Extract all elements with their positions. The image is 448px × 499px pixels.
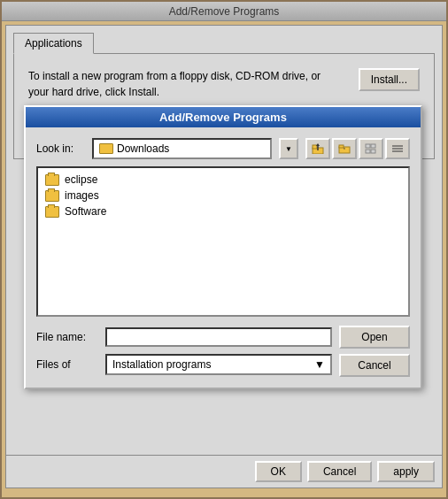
file-item-name: Software xyxy=(65,205,106,218)
inner-titlebar: Add/Remove Programs xyxy=(26,107,421,127)
toolbar-buttons: * xyxy=(305,138,410,159)
install-section: To install a new program from a floppy d… xyxy=(28,68,420,100)
dropdown-arrow-icon: ▼ xyxy=(314,358,325,371)
new-folder-button[interactable]: * xyxy=(332,138,357,159)
inner-content: Look in: Downloads ▼ xyxy=(26,127,421,388)
outer-titlebar: Add/Remove Programs xyxy=(2,2,446,21)
svg-rect-7 xyxy=(366,144,370,148)
svg-rect-10 xyxy=(371,150,375,153)
file-item-name: eclipse xyxy=(65,173,97,186)
cancel-bottom-button[interactable]: Cancel xyxy=(307,461,372,482)
apply-button[interactable]: apply xyxy=(377,461,435,482)
list-item[interactable]: images xyxy=(42,188,405,203)
file-name-input[interactable] xyxy=(105,327,332,347)
tab-applications[interactable]: Applications xyxy=(13,33,94,54)
list-item[interactable]: Software xyxy=(42,203,405,219)
file-list[interactable]: eclipse images Software xyxy=(36,166,410,317)
svg-rect-1 xyxy=(313,145,317,149)
files-of-label: Files of xyxy=(36,358,98,371)
file-item-name: images xyxy=(65,189,99,202)
dropdown-arrow[interactable]: ▼ xyxy=(279,138,298,159)
details-view-button[interactable] xyxy=(385,138,410,159)
svg-rect-9 xyxy=(366,150,370,153)
file-name-row: File name: xyxy=(36,327,332,347)
list-view-button[interactable] xyxy=(359,138,383,159)
up-button[interactable] xyxy=(305,138,330,159)
tab-bar: Applications xyxy=(13,33,435,54)
dialog-buttons: Open Cancel xyxy=(339,326,410,377)
look-in-value: Downloads xyxy=(117,142,265,155)
inner-title: Add/Remove Programs xyxy=(159,111,287,124)
inner-dialog: Add/Remove Programs Look in: Downloads ▼ xyxy=(24,105,422,389)
files-of-value: Installation programs xyxy=(112,358,211,371)
file-name-col: File name: Files of Installation program… xyxy=(36,327,332,375)
folder-icon xyxy=(45,190,59,202)
open-button[interactable]: Open xyxy=(339,326,410,349)
svg-rect-8 xyxy=(371,144,375,148)
outer-title: Add/Remove Programs xyxy=(169,5,280,18)
folder-icon xyxy=(99,143,113,154)
files-of-dropdown[interactable]: Installation programs ▼ xyxy=(105,354,332,375)
file-name-label: File name: xyxy=(36,331,98,343)
install-description: To install a new program from a floppy d… xyxy=(28,68,329,100)
look-in-row: Look in: Downloads ▼ xyxy=(36,138,410,159)
outer-content: Applications To install a new program fr… xyxy=(5,25,443,488)
files-of-row: Files of Installation programs ▼ xyxy=(36,354,332,375)
list-item[interactable]: eclipse xyxy=(42,172,405,188)
file-name-section: File name: Files of Installation program… xyxy=(36,326,410,377)
outer-window: Add/Remove Programs Applications To inst… xyxy=(0,0,448,499)
bottom-bar: OK Cancel apply xyxy=(6,455,442,487)
look-in-dropdown[interactable]: Downloads xyxy=(92,138,272,159)
folder-icon xyxy=(45,174,59,186)
cancel-button[interactable]: Cancel xyxy=(339,354,410,377)
install-button[interactable]: Install... xyxy=(359,68,420,91)
look-in-label: Look in: xyxy=(36,142,85,155)
folder-icon xyxy=(45,206,59,218)
ok-button[interactable]: OK xyxy=(255,461,302,482)
